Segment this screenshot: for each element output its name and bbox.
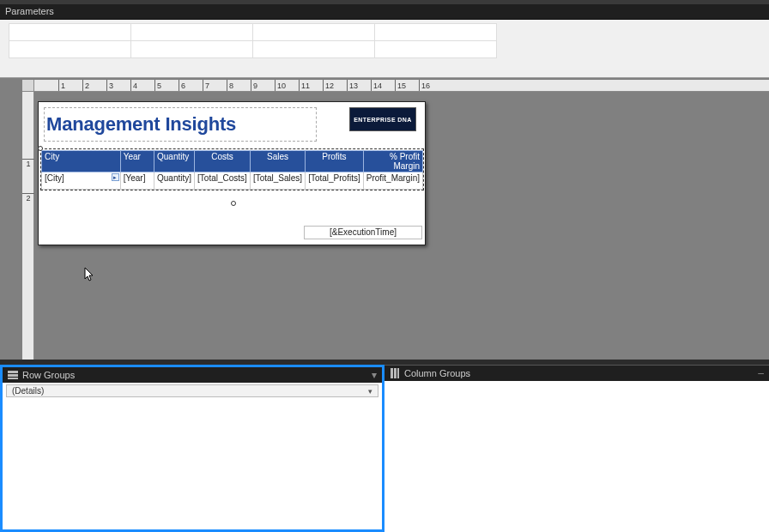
execution-time-textbox[interactable]: [&ExecutionTime] <box>304 226 422 239</box>
ruler-tick: 12 <box>323 80 334 92</box>
svg-rect-4 <box>394 368 397 378</box>
column-groups-body[interactable] <box>384 381 769 532</box>
report-page[interactable]: Management Insights ENTERPRISE DNA City … <box>38 101 426 245</box>
ruler-tick: 7 <box>203 80 209 92</box>
cell-sales[interactable]: [Total_Sales] <box>250 172 305 190</box>
ruler-tick: 10 <box>275 80 286 92</box>
cursor-icon <box>84 267 94 282</box>
tablix[interactable]: City Year Quantity Costs Sales Profits %… <box>41 150 423 190</box>
selection-handle[interactable] <box>231 201 236 206</box>
ruler-tick: 6 <box>179 80 185 92</box>
svg-rect-2 <box>8 378 18 379</box>
row-groups-label: Row Groups <box>22 370 75 380</box>
svg-rect-3 <box>391 368 393 378</box>
logo-text: ENTERPRISE DNA <box>354 117 411 123</box>
ruler-tick: 2 <box>82 80 89 92</box>
group-item-label: (Details) <box>12 386 44 396</box>
cell-profit-margin[interactable]: Profit_Margin] <box>363 172 422 190</box>
ruler-tick: 16 <box>419 80 430 92</box>
row-groups-body[interactable] <box>3 397 382 529</box>
dash-icon[interactable]: – <box>758 367 764 379</box>
col-header-city[interactable]: City <box>42 151 121 172</box>
col-header-profit-margin[interactable]: % Profit Margin <box>363 151 422 172</box>
row-groups-panel[interactable]: Row Groups ▾ (Details) ▾ <box>0 365 384 532</box>
ruler-tick: 4 <box>130 80 137 92</box>
smart-tag-icon[interactable]: ▸ <box>112 173 119 181</box>
svg-rect-1 <box>8 374 18 377</box>
title-textbox[interactable]: Management Insights <box>44 107 317 142</box>
logo-image[interactable]: ENTERPRISE DNA <box>349 107 416 131</box>
cell-profits[interactable]: [Total_Profits] <box>306 172 364 190</box>
column-groups-label: Column Groups <box>404 368 470 378</box>
execution-time-expr: [&ExecutionTime] <box>330 227 397 237</box>
col-header-quantity[interactable]: Quantity <box>154 151 195 172</box>
param-cell[interactable] <box>131 41 253 58</box>
tablix-detail-row[interactable]: [City] ▸ [Year] Quantity] [Total_Costs] … <box>42 172 423 190</box>
svg-rect-0 <box>8 371 18 373</box>
param-cell[interactable] <box>253 24 375 41</box>
column-groups-header: Column Groups – <box>384 366 769 381</box>
cell-costs[interactable]: [Total_Costs] <box>195 172 251 190</box>
ruler-tick: 1 <box>22 159 34 168</box>
cell-city[interactable]: [City] ▸ <box>42 172 121 190</box>
design-body[interactable]: 1 2 3 4 5 6 7 8 9 10 11 12 13 14 15 16 1… <box>7 78 769 360</box>
row-groups-header: Row Groups ▾ <box>3 367 382 383</box>
ruler-tick: 8 <box>227 80 233 92</box>
column-groups-panel[interactable]: Column Groups – <box>384 365 769 532</box>
parameters-table[interactable] <box>9 23 497 58</box>
parameters-panel[interactable] <box>0 20 769 78</box>
ruler-tick: 14 <box>371 80 382 92</box>
svg-rect-5 <box>397 368 399 378</box>
caret-down-icon[interactable]: ▾ <box>368 387 372 396</box>
param-cell[interactable] <box>9 41 131 58</box>
horizontal-ruler: 1 2 3 4 5 6 7 8 9 10 11 12 13 14 15 16 <box>34 80 769 92</box>
ruler-tick: 2 <box>22 193 34 203</box>
param-cell[interactable] <box>9 24 131 41</box>
col-header-profits[interactable]: Profits <box>306 151 364 172</box>
param-cell[interactable] <box>131 24 253 41</box>
col-header-year[interactable]: Year <box>120 151 154 172</box>
parameters-label: Parameters <box>5 6 54 16</box>
ruler-tick: 9 <box>251 80 257 92</box>
group-item-details[interactable]: (Details) ▾ <box>6 384 378 397</box>
param-cell[interactable] <box>253 41 375 58</box>
ruler-tick: 3 <box>106 80 113 92</box>
cell-year[interactable]: [Year] <box>120 172 154 190</box>
ruler-corner <box>22 80 34 92</box>
param-cell[interactable] <box>375 24 497 41</box>
vertical-ruler: 1 2 <box>22 92 34 360</box>
design-area: 1 2 3 4 5 6 7 8 9 10 11 12 13 14 15 16 1… <box>0 78 769 360</box>
ruler-tick: 5 <box>154 80 161 92</box>
ruler-tick: 13 <box>347 80 358 92</box>
ruler-tick: 15 <box>395 80 406 92</box>
groups-area: Row Groups ▾ (Details) ▾ Column Groups – <box>0 365 769 532</box>
ruler-tick: 11 <box>299 80 310 92</box>
cell-city-expr: [City] <box>45 173 64 183</box>
ruler-tick: 1 <box>58 80 65 92</box>
parameters-header: Parameters <box>0 4 769 20</box>
tablix-header-row[interactable]: City Year Quantity Costs Sales Profits %… <box>42 151 423 172</box>
report-title: Management Insights <box>46 113 236 136</box>
dropdown-icon[interactable]: ▾ <box>372 369 377 381</box>
groups-cols-icon <box>390 368 400 378</box>
groups-rows-icon <box>8 370 18 380</box>
cell-quantity[interactable]: Quantity] <box>154 172 195 190</box>
col-header-costs[interactable]: Costs <box>195 151 251 172</box>
col-header-sales[interactable]: Sales <box>250 151 305 172</box>
param-cell[interactable] <box>375 41 497 58</box>
